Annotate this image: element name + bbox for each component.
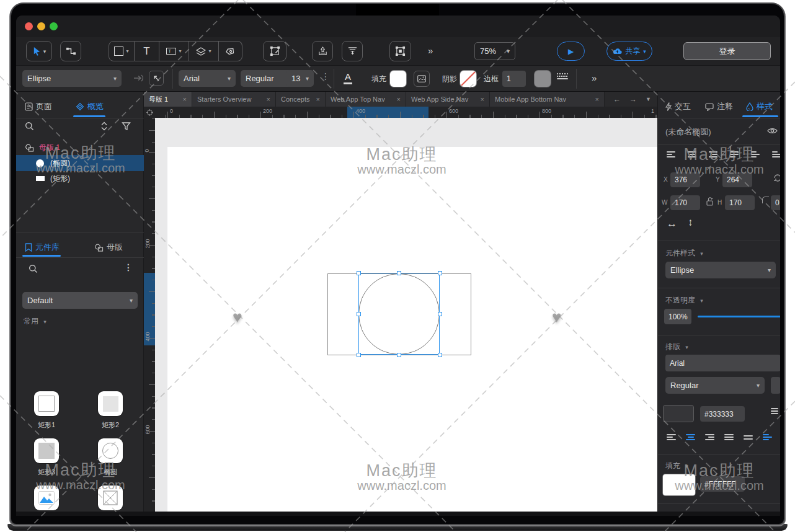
canvas-tab[interactable]: 母版 1× [144, 92, 192, 107]
close-window-button[interactable] [25, 22, 33, 30]
align-bottom-icon[interactable] [772, 151, 780, 157]
vertical-align-middle-icon[interactable] [763, 434, 772, 440]
tab-masters[interactable]: 母版 [94, 242, 123, 253]
share-button[interactable]: 共享 ▾ [606, 42, 652, 61]
toolbar-more-button[interactable]: » [428, 45, 433, 56]
component-image[interactable] [34, 485, 59, 510]
resize-handle-sw[interactable] [357, 353, 361, 357]
textfield-tool-button[interactable]: T ▾ [159, 41, 189, 61]
font-size-field-clipped[interactable] [771, 377, 780, 394]
opacity-section[interactable]: 不透明度 ▾ [665, 295, 703, 306]
close-icon[interactable]: × [481, 95, 484, 103]
border-style-button[interactable] [557, 73, 568, 79]
fill-color-field[interactable]: #FFFFFF [700, 476, 745, 492]
rotate-icon[interactable] [773, 174, 780, 182]
close-icon[interactable]: × [267, 95, 270, 103]
horizontal-ruler[interactable]: 0 200 400 600 800 1 [155, 107, 657, 118]
fit-width-button[interactable]: ↔ [667, 218, 677, 230]
border-color-swatch[interactable] [535, 71, 551, 87]
canvas-viewport[interactable] [155, 118, 657, 512]
login-button[interactable]: 登录 [683, 42, 771, 60]
tab-pages[interactable]: 页面 [25, 101, 52, 112]
canvas-tab[interactable]: Concepts× [276, 92, 326, 107]
close-icon[interactable]: × [595, 95, 599, 103]
edit-style-button[interactable] [149, 71, 164, 86]
resize-handle-se[interactable] [438, 353, 442, 357]
tab-component-library[interactable]: 元件库 [25, 242, 60, 253]
component-ellipse[interactable] [98, 438, 123, 463]
resize-handle-ne[interactable] [438, 271, 442, 275]
resize-handle-nw[interactable] [357, 271, 361, 275]
zoom-level-select[interactable]: 75% ▾ [474, 42, 515, 60]
component-placeholder[interactable] [98, 485, 123, 510]
component-rectangle1[interactable] [34, 391, 59, 416]
widget-style-dropdown[interactable]: Ellipse ▾ [665, 262, 776, 278]
align-center-icon[interactable] [688, 151, 696, 157]
resize-handle-w[interactable] [357, 312, 361, 316]
font-family-select[interactable]: Arial ▾ [179, 70, 236, 87]
select-tool-button[interactable]: ▾ [26, 41, 52, 61]
text-justify-icon[interactable] [724, 434, 734, 440]
preview-button[interactable]: ▶ [557, 42, 585, 61]
canvas-tab[interactable]: Web App Side Nav× [406, 92, 490, 107]
fill-color-swatch[interactable] [390, 71, 406, 87]
text-align-right-icon[interactable] [705, 434, 714, 440]
fit-height-button[interactable]: ↕ [688, 216, 693, 229]
align-right-icon[interactable] [709, 151, 717, 157]
fill-section[interactable]: 填充 ▾ [665, 461, 688, 471]
unlock-ratio-icon[interactable] [706, 197, 714, 206]
text-tool-button[interactable]: T [135, 41, 159, 61]
widget-name-field[interactable]: (未命名椭圆) [665, 126, 711, 138]
publish-button[interactable] [312, 41, 333, 61]
canvas-tab[interactable]: Mobile App Bottom Nav× [490, 92, 605, 107]
tab-forward-button[interactable]: → [629, 95, 637, 104]
filter-icon[interactable] [122, 122, 131, 131]
tree-item-rectangle[interactable]: (矩形) [16, 171, 144, 186]
text-align-center-icon[interactable] [686, 434, 695, 440]
tab-overview[interactable]: 概览 [76, 101, 104, 112]
tab-style[interactable]: 样式 [746, 101, 773, 112]
rectangle-tool-button[interactable]: ▾ [109, 41, 135, 61]
tab-notes[interactable]: 注释 [705, 101, 733, 112]
tree-master-row[interactable]: 母版 1 [16, 140, 144, 155]
align-top-icon[interactable] [730, 151, 739, 157]
align-middle-icon[interactable] [751, 151, 760, 157]
close-icon[interactable]: × [397, 95, 401, 103]
tab-list-button[interactable]: ▼ [646, 96, 651, 102]
canvas-tab[interactable]: Starters Overview× [192, 92, 276, 107]
opacity-slider[interactable] [698, 316, 780, 317]
library-search-icon[interactable] [29, 264, 38, 273]
stylebar-more-button[interactable]: » [592, 73, 597, 83]
y-field[interactable]: 264 [722, 172, 752, 187]
eye-icon[interactable] [767, 127, 778, 135]
minimize-window-button[interactable] [37, 22, 45, 30]
border-width-field[interactable]: 1 [502, 71, 526, 87]
sort-icon[interactable] [100, 122, 108, 131]
resize-handle-s[interactable] [397, 353, 401, 357]
fill-color-swatch[interactable] [663, 474, 695, 495]
vertical-ruler[interactable]: 0 200 400 600 [144, 118, 155, 512]
tab-back-button[interactable]: ← [613, 95, 621, 104]
fill-image-button[interactable] [414, 71, 430, 87]
library-select[interactable]: Default ▾ [22, 292, 138, 309]
library-section-header[interactable]: 常用 ▾ [24, 316, 47, 327]
close-icon[interactable]: × [183, 95, 187, 103]
style-more-dots-icon[interactable]: ⋮ [321, 71, 331, 81]
library-menu-icon[interactable]: ⋮ [124, 262, 133, 272]
zoom-window-button[interactable] [50, 22, 58, 30]
widget-style-select[interactable]: Ellipse ▾ [22, 70, 122, 87]
font-color-swatch[interactable] [663, 405, 694, 422]
resize-handle-e[interactable] [438, 312, 442, 316]
transform-points-button[interactable] [263, 41, 286, 61]
height-field[interactable]: 170 [725, 195, 755, 210]
font-size-select[interactable]: 13 ▾ [286, 70, 314, 87]
resize-handle-n[interactable] [397, 271, 401, 275]
connector-tool-button[interactable] [60, 41, 81, 61]
ruler-origin-button[interactable] [144, 107, 155, 118]
canvas-tab[interactable]: Web App Top Nav× [326, 92, 406, 107]
component-rectangle2[interactable] [98, 391, 123, 416]
layers-tool-button[interactable]: ▾ [189, 41, 219, 61]
x-field[interactable]: 376 [670, 172, 700, 187]
text-align-left-icon[interactable] [667, 434, 676, 440]
font-weight-dropdown[interactable]: Regular ▾ [665, 377, 765, 394]
